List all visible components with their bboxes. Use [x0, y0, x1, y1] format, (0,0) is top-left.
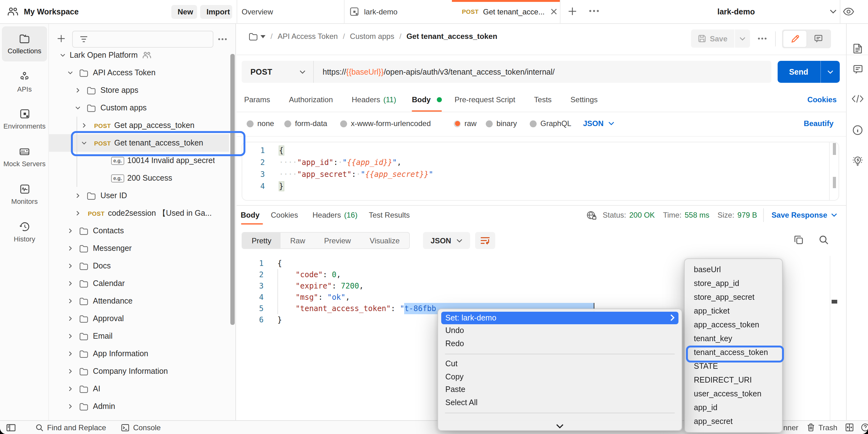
- context-menu-item[interactable]: [445, 412, 675, 413]
- chevron-down-icon[interactable]: [60, 53, 65, 57]
- two-pane-view-icon[interactable]: [845, 421, 854, 434]
- chevron-down-icon[interactable]: [68, 229, 73, 233]
- globe-lock-icon[interactable]: [587, 210, 597, 220]
- tree-row[interactable]: e.g. Contacts: [49, 222, 229, 240]
- chevron-down-icon[interactable]: [68, 334, 73, 338]
- nav-item[interactable]: Monitors: [2, 177, 47, 212]
- chevron-down-icon[interactable]: [68, 317, 73, 321]
- submenu-item[interactable]: REDIRECT_URI: [685, 373, 782, 387]
- import-button[interactable]: Import: [200, 5, 232, 19]
- save-response-link[interactable]: Save Response: [772, 211, 837, 220]
- nav-item[interactable]: Environments: [2, 102, 47, 137]
- tab-environment[interactable]: lark-demo: [349, 0, 398, 23]
- submenu-item[interactable]: tenant_key: [685, 331, 782, 345]
- chevron-down-icon[interactable]: [68, 352, 73, 356]
- response-tab[interactable]: Cookies: [267, 206, 308, 225]
- url-input[interactable]: https://{{baseUrl}}/open-apis/auth/v3/te…: [314, 67, 555, 76]
- environment-selector[interactable]: lark-demo: [706, 0, 839, 23]
- breadcrumb-caret-icon[interactable]: [260, 35, 266, 38]
- find-and-replace[interactable]: Find and Replace: [36, 423, 106, 432]
- nav-item[interactable]: History: [2, 214, 47, 249]
- tab-request-active[interactable]: POST Get tenant_acce...: [452, 0, 560, 23]
- workspace-switcher[interactable]: My Workspace: [7, 0, 79, 23]
- tree-row[interactable]: e.g. Store apps: [49, 81, 229, 99]
- tree-row[interactable]: e.g. Lark Open Platform: [49, 46, 229, 64]
- body-language-dropdown[interactable]: JSON: [583, 116, 614, 131]
- submenu-item[interactable]: app_access_token: [685, 318, 782, 331]
- tree-scrollbar[interactable]: [230, 54, 235, 325]
- nav-item[interactable]: Collections: [2, 26, 47, 62]
- submenu-item[interactable]: STATE: [685, 359, 782, 373]
- menu-scroll-down-icon[interactable]: [438, 424, 682, 428]
- collections-filter-input[interactable]: [72, 31, 213, 47]
- response-tab[interactable]: Test Results: [365, 206, 420, 225]
- beautify-link[interactable]: Beautify: [804, 116, 834, 131]
- chevron-down-icon[interactable]: [75, 194, 80, 198]
- send-button[interactable]: Send: [777, 61, 839, 83]
- tree-row[interactable]: e.g. Attendance: [49, 292, 229, 310]
- chevron-down-icon[interactable]: [68, 264, 73, 268]
- submenu-item[interactable]: app_ticket: [685, 304, 782, 318]
- wrap-lines-button[interactable]: [475, 232, 495, 249]
- response-view-tab[interactable]: Preview: [315, 233, 360, 248]
- request-tab[interactable]: Authorization: [283, 88, 345, 112]
- code-icon[interactable]: [847, 95, 868, 103]
- submenu-item[interactable]: tenant_access_token: [685, 345, 782, 359]
- context-menu-item[interactable]: [445, 354, 675, 354]
- response-language-dropdown[interactable]: JSON: [423, 232, 470, 249]
- context-menu-item[interactable]: Paste: [441, 383, 678, 396]
- chevron-down-icon[interactable]: [68, 404, 73, 408]
- tree-row[interactable]: e.g. Custom apps: [49, 99, 229, 116]
- documentation-icon[interactable]: [847, 43, 868, 54]
- submenu-item[interactable]: app_secret: [685, 414, 782, 428]
- context-menu-item[interactable]: Undo: [441, 324, 678, 337]
- tab-options-more-icon[interactable]: [589, 9, 599, 12]
- submenu-item[interactable]: store_app_secret: [685, 290, 782, 304]
- response-tab[interactable]: Headers (16): [308, 206, 365, 225]
- chevron-down-icon[interactable]: [75, 89, 80, 92]
- tree-row[interactable]: e.g. AI: [49, 380, 229, 398]
- request-tab[interactable]: Headers (11): [345, 88, 406, 112]
- request-tab[interactable]: Tests: [528, 88, 564, 112]
- tree-row[interactable]: e.g. Admin: [49, 398, 229, 415]
- chevron-down-icon[interactable]: [68, 387, 73, 391]
- chevron-down-icon[interactable]: [68, 299, 73, 303]
- collections-more-icon[interactable]: [218, 37, 227, 40]
- request-more-icon[interactable]: [757, 37, 767, 40]
- help-icon[interactable]: [861, 421, 868, 434]
- tree-row[interactable]: e.g. Calendar: [49, 275, 229, 292]
- nav-item[interactable]: Mock Servers: [2, 139, 47, 174]
- save-button[interactable]: Save: [691, 30, 734, 48]
- submenu-item[interactable]: app_id: [685, 400, 782, 414]
- method-selector[interactable]: POST: [242, 61, 314, 83]
- breadcrumb-folder[interactable]: Custom apps: [350, 32, 394, 41]
- tree-row[interactable]: e.g. Company Information: [49, 363, 229, 380]
- tree-row[interactable]: POST e.g. code2session 【Used in Ga...: [49, 204, 229, 222]
- nav-item[interactable]: APIs: [2, 64, 47, 99]
- submenu-item[interactable]: baseUrl: [685, 263, 782, 276]
- tree-row[interactable]: e.g. App Information: [49, 345, 229, 363]
- save-options-chevron[interactable]: [735, 30, 750, 48]
- chevron-down-icon[interactable]: [68, 246, 73, 250]
- close-tab-icon[interactable]: [550, 8, 557, 15]
- context-menu-item[interactable]: Redo: [441, 337, 678, 350]
- tree-row[interactable]: e.g. Email: [49, 327, 229, 345]
- lightbulb-icon[interactable]: [847, 155, 868, 166]
- chevron-down-icon[interactable]: [68, 281, 73, 286]
- copy-response-icon[interactable]: [794, 235, 803, 244]
- request-tab[interactable]: Pre-request Script: [448, 88, 528, 112]
- chevron-down-icon[interactable]: [82, 141, 87, 145]
- console-button[interactable]: Console: [121, 423, 161, 432]
- context-menu-item[interactable]: Copy: [441, 370, 678, 383]
- response-view-tab[interactable]: Raw: [281, 233, 315, 248]
- tree-row[interactable]: e.g. Docs: [49, 257, 229, 275]
- environment-quick-look[interactable]: [840, 0, 857, 23]
- add-collection-plus-icon[interactable]: [57, 34, 66, 43]
- context-menu-item[interactable]: Select All: [441, 396, 678, 409]
- context-menu-item[interactable]: Set: lark-demo: [441, 311, 678, 324]
- breadcrumb-collection[interactable]: API Access Token: [278, 32, 338, 41]
- request-tab[interactable]: Params: [238, 88, 283, 112]
- context-menu-item[interactable]: Cut: [441, 358, 678, 370]
- toggle-sidebar-icon[interactable]: [6, 424, 16, 431]
- comment-toggle[interactable]: [806, 30, 830, 47]
